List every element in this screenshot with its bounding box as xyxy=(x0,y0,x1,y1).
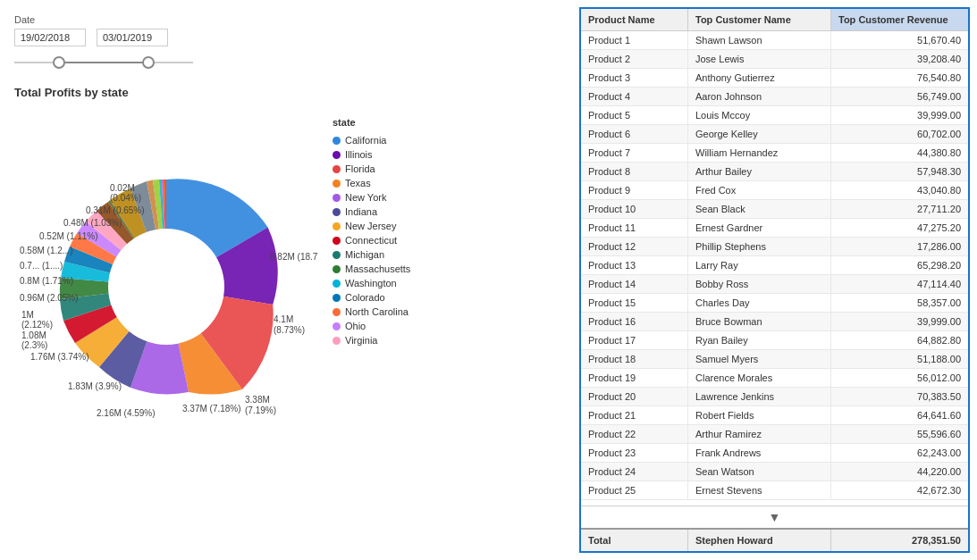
segment-label-illinois: 4.1M xyxy=(274,314,293,324)
table-row: Product 24Sean Watson44,220.00 xyxy=(581,463,968,481)
cell-revenue: 39,999.00 xyxy=(831,313,968,330)
legend-dot-ohio xyxy=(333,322,341,330)
segment-label-virginia: 0.48M (1.03%) xyxy=(63,218,122,228)
cell-customer-name: Aaron Johnson xyxy=(688,88,831,105)
legend-label-michigan: Michigan xyxy=(345,249,384,260)
legend-label-massachusetts: Massachusetts xyxy=(345,263,410,274)
segment-label-washington: 0.8M (1.71%) xyxy=(20,276,73,286)
table-footer: Total Stephen Howard 278,351.50 xyxy=(581,528,968,551)
cell-revenue: 51,670.40 xyxy=(831,31,968,49)
cell-revenue: 57,948.30 xyxy=(831,163,968,180)
table-header: Product Name Top Customer Name Top Custo… xyxy=(581,9,968,31)
legend-item-massachusetts: Massachusetts xyxy=(333,263,410,274)
legend-dot-connecticut xyxy=(333,237,341,245)
cell-product-name: Product 1 xyxy=(581,31,688,49)
header-customer-name: Top Customer Name xyxy=(688,9,831,30)
cell-customer-name: Louis Mccoy xyxy=(688,106,831,124)
table-row: Product 20Lawrence Jenkins70,383.50 xyxy=(581,388,968,406)
legend-dot-washington xyxy=(333,280,341,288)
cell-customer-name: Ryan Bailey xyxy=(688,331,831,349)
table-row: Product 9Fred Cox43,040.80 xyxy=(581,181,968,200)
segment-label-other1: 0.31M (0.65%) xyxy=(86,205,145,215)
table-row: Product 13Larry Ray65,298.20 xyxy=(581,256,968,275)
cell-revenue: 55,596.60 xyxy=(831,425,968,443)
cell-revenue: 60,702.00 xyxy=(831,125,968,143)
left-panel: Date Total Profits by state xyxy=(0,0,572,560)
start-date-input[interactable] xyxy=(14,29,86,46)
table-row: Product 18Samuel Myers51,188.00 xyxy=(581,350,968,369)
cell-revenue: 39,999.00 xyxy=(831,106,968,124)
table-row: Product 1Shawn Lawson51,670.40 xyxy=(581,31,968,50)
legend-dot-virginia xyxy=(333,337,341,345)
cell-revenue: 64,641.60 xyxy=(831,406,968,424)
footer-customer: Stephen Howard xyxy=(688,530,831,551)
cell-product-name: Product 6 xyxy=(581,125,688,143)
legend-item-ohio: Ohio xyxy=(333,321,410,331)
cell-revenue: 27,711.20 xyxy=(831,200,968,218)
slider-fill xyxy=(59,62,148,63)
legend-item-virginia: Virginia xyxy=(333,335,410,346)
cell-product-name: Product 21 xyxy=(581,406,688,424)
cell-revenue: 39,208.40 xyxy=(831,50,968,68)
header-product-name: Product Name xyxy=(581,9,688,30)
cell-revenue: 62,243.00 xyxy=(831,444,968,462)
segment-label-florida: 3.38M xyxy=(245,395,270,405)
cell-revenue: 47,275.20 xyxy=(831,219,968,237)
table-row: Product 6George Kelley60,702.00 xyxy=(581,125,968,144)
legend-dot-indiana xyxy=(333,208,341,216)
cell-customer-name: Robert Fields xyxy=(688,406,831,424)
cell-revenue: 44,220.00 xyxy=(831,463,968,481)
table-body[interactable]: Product 1Shawn Lawson51,670.40Product 2J… xyxy=(581,31,968,506)
segment-label-northcarolina: 0.58M (1.2...) xyxy=(20,246,72,255)
segment-label-newjersey: 1.76M (3.74%) xyxy=(30,352,89,362)
slider-thumb-left[interactable] xyxy=(53,56,65,69)
segment-label-massachusetts: 0.96M (2.05%) xyxy=(20,293,79,303)
donut-chart: 8.82M (18.77%) 4.1M (8.73%) 3.38M (7.19%… xyxy=(14,108,318,447)
cell-customer-name: Shawn Lawson xyxy=(688,31,831,49)
date-label: Date xyxy=(14,14,558,25)
date-filter-section: Date xyxy=(14,14,558,71)
table-row: Product 7William Hernandez44,380.80 xyxy=(581,144,968,163)
date-slider[interactable] xyxy=(14,54,193,71)
table-row: Product 3Anthony Gutierrez76,540.80 xyxy=(581,69,968,88)
cell-revenue: 64,882.80 xyxy=(831,331,968,349)
cell-revenue: 51,188.00 xyxy=(831,350,968,368)
legend-label-california: California xyxy=(345,135,386,146)
legend-item-washington: Washington xyxy=(333,278,410,288)
cell-revenue: 56,012.00 xyxy=(831,369,968,387)
legend-dot-texas xyxy=(333,180,341,188)
cell-customer-name: George Kelley xyxy=(688,125,831,143)
slider-thumb-right[interactable] xyxy=(142,56,155,69)
date-inputs-container xyxy=(14,29,558,46)
table-row: Product 11Ernest Gardner47,275.20 xyxy=(581,219,968,238)
cell-customer-name: Charles Day xyxy=(688,294,831,312)
chart-title: Total Profits by state xyxy=(14,86,558,99)
table-row: Product 14Bobby Ross47,114.40 xyxy=(581,275,968,294)
table-row: Product 4Aaron Johnson56,749.00 xyxy=(581,88,968,106)
scroll-down-button[interactable]: ▼ xyxy=(581,506,968,528)
cell-product-name: Product 15 xyxy=(581,294,688,312)
end-date-input[interactable] xyxy=(97,29,168,46)
cell-revenue: 47,114.40 xyxy=(831,275,968,293)
svg-text:(2.12%): (2.12%) xyxy=(21,320,53,330)
segment-label-other2: (0.04%) xyxy=(110,193,141,203)
cell-customer-name: Samuel Myers xyxy=(688,350,831,368)
cell-product-name: Product 8 xyxy=(581,163,688,180)
legend-item-florida: Florida xyxy=(333,163,410,174)
legend-dot-florida xyxy=(333,165,341,173)
cell-product-name: Product 24 xyxy=(581,463,688,481)
legend-title: state xyxy=(333,117,410,128)
cell-product-name: Product 25 xyxy=(581,481,688,499)
segment-label-connecticut: 1.08M xyxy=(21,330,46,340)
cell-product-name: Product 18 xyxy=(581,350,688,368)
legend-item-newyork: New York xyxy=(333,192,410,203)
right-panel: Product Name Top Customer Name Top Custo… xyxy=(579,7,970,553)
legend-item-michigan: Michigan xyxy=(333,249,410,260)
cell-customer-name: Arthur Ramirez xyxy=(688,425,831,443)
chart-area: 8.82M (18.77%) 4.1M (8.73%) 3.38M (7.19%… xyxy=(14,108,558,546)
cell-product-name: Product 2 xyxy=(581,50,688,68)
cell-product-name: Product 14 xyxy=(581,275,688,293)
cell-customer-name: Ernest Stevens xyxy=(688,481,831,499)
cell-customer-name: Larry Ray xyxy=(688,256,831,274)
cell-customer-name: Sean Watson xyxy=(688,463,831,481)
